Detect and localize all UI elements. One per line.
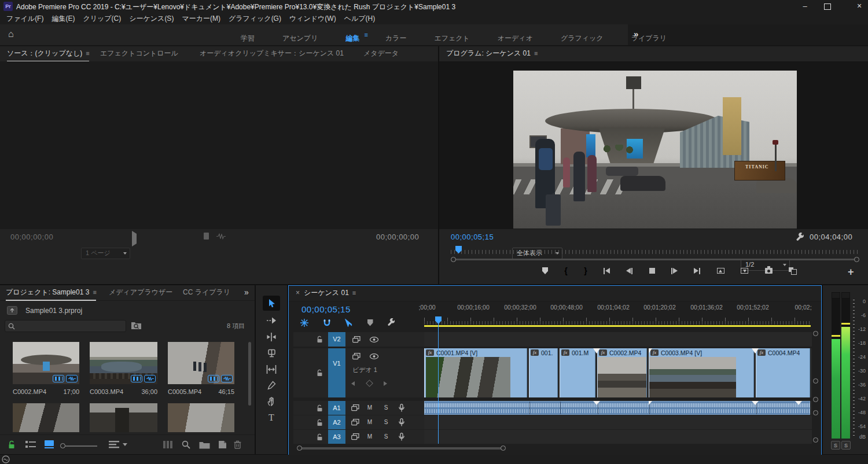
panel-menu-icon[interactable]: ≡ [93,289,95,296]
track-select-forward-tool[interactable] [263,313,280,328]
program-button-editor[interactable]: + [848,267,854,277]
icon-view-button[interactable] [44,440,54,449]
project-tab-overflow[interactable]: » [244,285,249,300]
timeline-clip[interactable]: fxC0003.MP4 [V] [649,348,754,397]
panel-menu-icon[interactable]: ≡ [534,50,537,57]
menu-file[interactable]: ファイル(F) [2,14,47,24]
add-marker-button[interactable] [367,319,373,326]
track-lock-icon[interactable] [317,419,323,426]
program-time-ruler[interactable] [451,246,859,254]
video-usage-badge[interactable] [208,375,219,382]
clip-marker[interactable] [593,401,600,405]
step-forward-button[interactable] [671,268,678,274]
sort-icons-button[interactable] [109,441,119,448]
tab-effect-controls[interactable]: エフェクトコントロール [100,46,178,61]
item-name[interactable]: C0002.MP4 [13,388,46,395]
workspace-overflow-icon[interactable]: » [634,29,638,39]
v-scroll-knob[interactable] [813,410,818,415]
goto-in-button[interactable] [604,268,610,274]
close-button[interactable]: × [851,1,868,10]
item-name[interactable]: C0005.MP4 [168,388,201,395]
track-lock-icon[interactable] [317,404,323,412]
mute-button[interactable]: M [365,432,374,441]
track-lock-icon[interactable] [317,369,323,377]
timeline-clip[interactable]: fx001.M [560,348,595,397]
project-item-thumbnail[interactable] [13,403,79,432]
voiceover-mic-icon[interactable] [399,433,404,441]
project-item-thumbnail[interactable] [168,342,234,384]
clip-marker[interactable] [752,401,759,405]
mute-button[interactable]: M [365,403,374,412]
track-target-a2[interactable]: A2 [328,415,345,429]
video-track-v2-lane[interactable] [424,332,812,347]
source-patch-icon[interactable] [351,433,359,440]
track-name[interactable]: ビデオ 1 [352,366,377,374]
workspace-tab-assembly[interactable]: アセンブリ [269,28,332,42]
tab-project[interactable]: プロジェクト: Sample01 3≡ [6,285,96,301]
delete-button[interactable] [234,440,241,449]
source-drag-video-icon[interactable] [204,233,209,240]
tab-metadata[interactable]: メタデータ [363,46,399,61]
workspace-tab-graphics[interactable]: グラフィック [547,28,617,42]
new-bin-button[interactable] [199,441,210,449]
mark-out-button[interactable]: } [584,267,587,274]
automate-to-sequence-button[interactable] [163,441,174,448]
slip-tool[interactable] [263,362,280,377]
track-visibility-eye-icon[interactable] [370,337,378,343]
scroll-handle-right[interactable] [854,257,859,262]
clip-marker[interactable] [649,401,652,405]
home-icon[interactable]: ⌂ [8,29,14,39]
creative-cloud-sync-icon[interactable] [2,455,10,463]
timeline-h-scrollbar[interactable] [295,445,812,451]
project-writable-lock-icon[interactable] [8,440,16,449]
meter-solo-right-button[interactable]: S [841,441,851,450]
scroll-handle-left[interactable] [297,445,302,451]
close-sequence-button[interactable]: × [296,289,300,297]
export-frame-button[interactable] [765,268,773,274]
nest-sequences-toggle[interactable] [300,319,308,327]
tab-source[interactable]: ソース：(クリップなし)≡ [7,46,89,62]
project-item-thumbnail[interactable] [90,342,157,384]
search-in-bin-icon[interactable] [131,321,142,330]
ripple-edit-tool[interactable] [263,329,280,344]
source-drag-audio-icon[interactable] [216,233,226,240]
clip-marker[interactable] [593,348,600,353]
sort-chevron-icon[interactable] [123,443,127,446]
solo-button[interactable]: S [381,432,391,441]
v-scroll-knob[interactable] [813,331,818,336]
program-scrollbar[interactable] [451,257,859,262]
scroll-handle-left[interactable] [451,257,456,262]
timeline-clip[interactable]: fxC0004.MP4 [756,348,810,397]
program-timecode[interactable]: 00;00;05;15 [451,233,494,241]
timeline-settings-wrench-icon[interactable] [387,318,396,327]
project-item-thumbnail[interactable] [90,403,157,432]
selection-tool[interactable] [263,296,280,311]
timeline-ruler[interactable]: ;00;00 00;00;16;00 00;00;32;00 00;00;48;… [424,304,812,316]
tab-media-browser[interactable]: メディアブラウザー [109,285,172,300]
goto-out-button[interactable] [694,268,700,274]
workspace-tab-effects[interactable]: エフェクト [420,28,483,42]
search-input[interactable] [15,321,126,332]
audio-usage-badge[interactable] [221,375,233,382]
extract-button[interactable] [741,268,748,274]
workspace-tab-edit-menu-icon[interactable]: ≡ [364,31,367,38]
audio-usage-badge[interactable] [66,375,78,382]
program-settings-wrench-icon[interactable] [796,233,805,242]
restore-button[interactable] [824,3,831,10]
type-tool[interactable]: T [263,410,280,425]
source-page-dropdown[interactable]: 1 ページ [81,248,130,259]
minimize-button[interactable]: – [796,2,814,10]
panel-menu-icon[interactable]: ≡ [352,289,355,296]
menu-help[interactable]: ヘルプ(H) [340,14,380,24]
menu-sequence[interactable]: シーケンス(S) [125,14,178,24]
panel-menu-icon[interactable]: ≡ [86,50,89,57]
stop-button[interactable] [649,268,655,274]
menu-edit[interactable]: 編集(E) [47,14,79,24]
workspace-tab-libraries[interactable]: ライブラリ [617,28,681,42]
up-one-level-button[interactable] [7,306,17,315]
mute-button[interactable]: M [365,418,374,426]
new-item-button[interactable] [218,440,227,449]
tab-sequence[interactable]: シーケンス 01≡ [304,286,355,300]
track-target-a1[interactable]: A1 [328,401,345,415]
audio-track-a2-lane[interactable] [424,415,812,429]
